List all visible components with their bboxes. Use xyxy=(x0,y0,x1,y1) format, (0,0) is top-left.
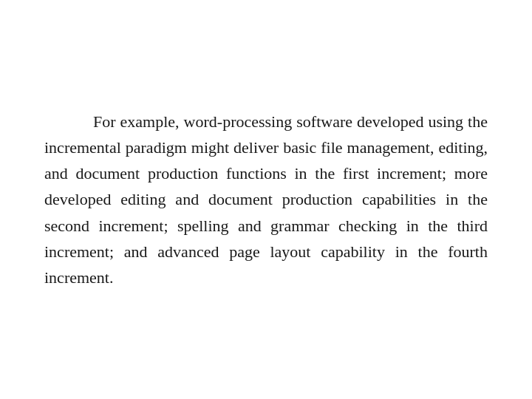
main-paragraph: For example, word-processing software de… xyxy=(44,109,488,290)
content-wrapper: For example, word-processing software de… xyxy=(37,94,495,305)
